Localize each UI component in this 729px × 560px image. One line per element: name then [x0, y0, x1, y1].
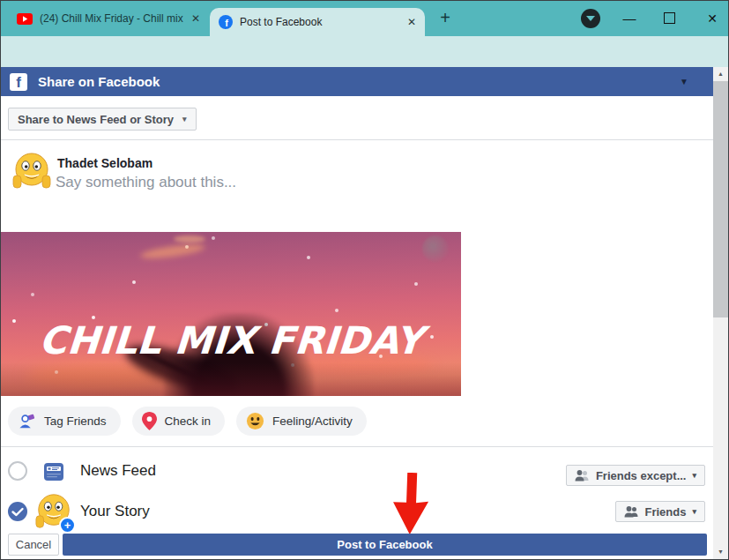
- audience-label: Friends: [645, 505, 687, 519]
- tab-facebook[interactable]: f Post to Facebook ✕: [210, 8, 425, 36]
- share-destination-label: Share to News Feed or Story: [18, 113, 174, 126]
- dialog-header: f Share on Facebook ▼: [1, 67, 713, 96]
- news-feed-audience-dropdown[interactable]: Friends except... ▾: [566, 465, 705, 486]
- image-title-text: CHILL MIX FRIDAY: [1, 318, 461, 362]
- check-icon: [8, 502, 27, 521]
- page-scrollbar[interactable]: ▲ ▼: [713, 67, 728, 559]
- maximize-button[interactable]: [664, 12, 675, 24]
- chevron-down-icon[interactable]: ▼: [680, 77, 688, 86]
- scroll-down-icon[interactable]: ▼: [713, 545, 728, 559]
- news-feed-label[interactable]: News Feed: [80, 462, 156, 480]
- image-bottom-shade: [1, 362, 461, 396]
- news-feed-icon: [44, 463, 63, 481]
- stars-decoration: [1, 232, 3, 234]
- divider: [1, 139, 713, 140]
- composer-input[interactable]: [56, 172, 391, 193]
- news-feed-radio[interactable]: [8, 461, 27, 481]
- close-window-button[interactable]: ✕: [699, 8, 725, 29]
- action-label: Tag Friends: [44, 414, 107, 428]
- minimize-button[interactable]: —: [616, 8, 643, 29]
- feeling-smiley-icon: [246, 412, 264, 430]
- cloud-decoration: [140, 242, 206, 261]
- red-annotation-arrow: [390, 473, 432, 535]
- shared-image-preview[interactable]: CHILL MIX FRIDAY: [1, 232, 461, 396]
- share-destination-dropdown[interactable]: Share to News Feed or Story ▾: [8, 108, 197, 131]
- news-feed-avatar: [34, 452, 73, 491]
- scroll-up-icon[interactable]: ▲: [713, 67, 728, 81]
- composer-actions: Tag Friends Check in Feeling/Activity: [8, 407, 367, 436]
- browser-toolbar: ← → ⟳ facebook.com/dialog/share?app_id=8…: [1, 36, 728, 67]
- facebook-icon: f: [219, 15, 233, 29]
- user-name: Thadet Selobam: [57, 156, 152, 170]
- action-label: Check in: [165, 414, 212, 428]
- tab-title: (24) Chill Mix Friday - Chill mix - Y: [40, 12, 184, 25]
- tag-friends-icon: [18, 412, 36, 430]
- post-to-facebook-button[interactable]: Post to Facebook: [63, 534, 707, 556]
- svg-text:f: f: [225, 18, 228, 28]
- friends-people-icon: [624, 505, 639, 519]
- browser-window: (24) Chill Mix Friday - Chill mix - Y ✕ …: [0, 0, 729, 560]
- youtube-icon: [17, 13, 33, 25]
- scrollbar-thumb[interactable]: [713, 81, 728, 317]
- divider: [1, 446, 713, 447]
- tag-friends-button[interactable]: Tag Friends: [8, 407, 121, 436]
- user-avatar: [11, 151, 52, 191]
- moon-decoration: [422, 235, 449, 262]
- tab-title: Post to Facebook: [240, 16, 400, 28]
- new-tab-button[interactable]: +: [435, 8, 456, 29]
- page-title: Share on Facebook: [38, 74, 160, 89]
- add-story-plus-icon: +: [59, 517, 76, 534]
- check-in-pin-icon: [142, 412, 157, 430]
- close-tab-icon[interactable]: ✕: [407, 16, 416, 28]
- chevron-down-icon: ▾: [692, 507, 696, 516]
- tab-youtube[interactable]: (24) Chill Mix Friday - Chill mix - Y ✕: [8, 1, 209, 36]
- your-story-checkbox[interactable]: [8, 502, 27, 521]
- chevron-down-icon: ▾: [182, 115, 187, 123]
- facebook-logo: f: [10, 73, 27, 91]
- close-tab-icon[interactable]: ✕: [191, 12, 200, 25]
- your-story-avatar: +: [34, 492, 73, 531]
- cloud-decoration: [174, 235, 205, 243]
- action-label: Feeling/Activity: [272, 414, 353, 428]
- check-in-button[interactable]: Check in: [132, 407, 226, 436]
- your-story-label[interactable]: Your Story: [80, 503, 150, 520]
- chevron-down-icon: ▾: [692, 471, 696, 480]
- tab-search-icon[interactable]: [581, 9, 600, 28]
- tab-strip: (24) Chill Mix Friday - Chill mix - Y ✕ …: [1, 1, 728, 36]
- share-dialog-page: f Share on Facebook ▼ Share to News Feed…: [1, 67, 713, 559]
- cancel-button[interactable]: Cancel: [8, 534, 59, 556]
- your-story-audience-dropdown[interactable]: Friends ▾: [615, 501, 706, 522]
- friends-people-icon: [575, 469, 590, 482]
- feeling-activity-button[interactable]: Feeling/Activity: [236, 407, 367, 436]
- audience-label: Friends except...: [596, 469, 687, 482]
